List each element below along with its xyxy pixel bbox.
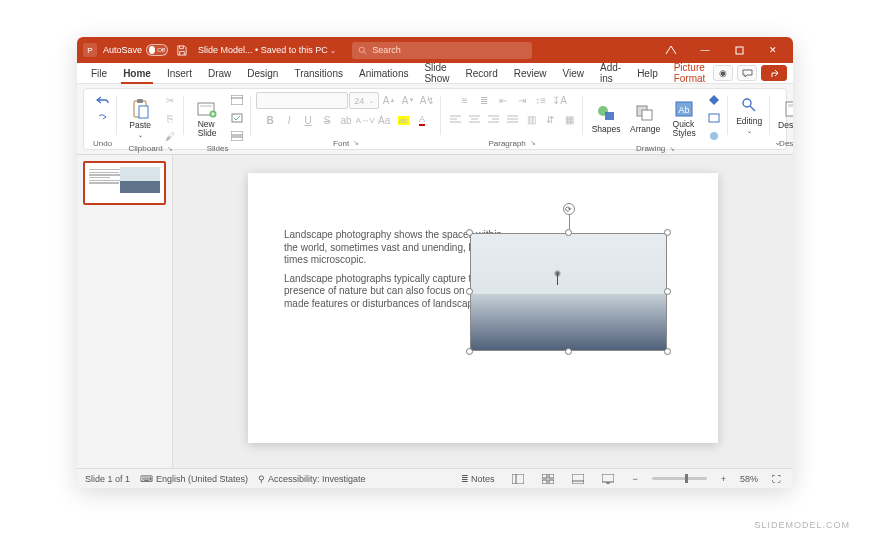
line-spacing-button[interactable]: ↕≡ bbox=[532, 92, 550, 108]
tab-review[interactable]: Review bbox=[506, 63, 555, 83]
designer-button[interactable]: Designer bbox=[775, 93, 793, 137]
status-slide[interactable]: Slide 1 of 1 bbox=[85, 474, 130, 484]
zoom-in-button[interactable]: + bbox=[717, 474, 730, 484]
justify-button[interactable] bbox=[503, 111, 521, 127]
autosave-toggle[interactable]: AutoSave Off bbox=[103, 44, 168, 56]
selected-picture[interactable]: ⟳ bbox=[470, 233, 667, 351]
editing-button[interactable]: Editing⌄ bbox=[733, 93, 765, 137]
highlight-button[interactable]: ab bbox=[394, 112, 412, 128]
tab-slideshow[interactable]: Slide Show bbox=[416, 63, 457, 83]
undo-button[interactable] bbox=[94, 92, 112, 108]
resize-handle[interactable] bbox=[664, 229, 671, 236]
status-accessibility[interactable]: ⚲Accessibility: Investigate bbox=[258, 474, 366, 484]
reading-view-button[interactable] bbox=[568, 474, 588, 484]
tab-insert[interactable]: Insert bbox=[159, 63, 200, 83]
drawing-launcher-icon[interactable]: ↘ bbox=[669, 145, 675, 153]
font-launcher-icon[interactable]: ↘ bbox=[353, 139, 359, 147]
shapes-button[interactable]: Shapes bbox=[588, 96, 624, 140]
bold-button[interactable]: B bbox=[261, 112, 279, 128]
cut-button[interactable]: ✂ bbox=[161, 92, 179, 108]
shape-effects-button[interactable] bbox=[705, 128, 723, 144]
strike-button[interactable]: S bbox=[318, 112, 336, 128]
zoom-slider[interactable] bbox=[652, 477, 707, 480]
font-color-button[interactable]: A bbox=[413, 112, 431, 128]
resize-handle[interactable] bbox=[466, 288, 473, 295]
smartart-button[interactable]: ▦ bbox=[560, 111, 578, 127]
slide-canvas[interactable]: Landscape photography shows the spaces w… bbox=[248, 173, 718, 443]
redo-button[interactable] bbox=[94, 110, 112, 126]
quick-styles-button[interactable]: Ab Quick Styles bbox=[666, 96, 702, 140]
tab-transitions[interactable]: Transitions bbox=[286, 63, 351, 83]
grow-font-button[interactable]: A▲ bbox=[380, 92, 398, 108]
resize-handle[interactable] bbox=[664, 348, 671, 355]
layout-button[interactable] bbox=[228, 92, 246, 108]
tab-file[interactable]: File bbox=[83, 63, 115, 83]
slideshow-view-button[interactable] bbox=[598, 474, 618, 484]
collapse-ribbon-button[interactable]: ⌄ bbox=[774, 137, 782, 147]
clipboard-launcher-icon[interactable]: ↘ bbox=[167, 145, 173, 153]
landscape-image[interactable] bbox=[470, 233, 667, 351]
section-button[interactable] bbox=[228, 128, 246, 144]
zoom-out-button[interactable]: − bbox=[628, 474, 641, 484]
comments-button[interactable] bbox=[737, 65, 757, 81]
resize-handle[interactable] bbox=[664, 288, 671, 295]
indent-inc-button[interactable]: ⇥ bbox=[513, 92, 531, 108]
resize-handle[interactable] bbox=[466, 348, 473, 355]
align-left-button[interactable] bbox=[446, 111, 464, 127]
new-slide-button[interactable]: New Slide bbox=[189, 96, 225, 140]
shrink-font-button[interactable]: A▼ bbox=[399, 92, 417, 108]
search-input[interactable]: Search bbox=[352, 42, 532, 59]
zoom-level[interactable]: 58% bbox=[740, 474, 758, 484]
columns-button[interactable]: ▥ bbox=[522, 111, 540, 127]
save-icon[interactable] bbox=[174, 43, 188, 57]
resize-handle[interactable] bbox=[466, 229, 473, 236]
numbering-button[interactable]: ≣ bbox=[475, 92, 493, 108]
toggle-off-icon[interactable]: Off bbox=[146, 44, 168, 56]
slide-thumbnail-1[interactable] bbox=[83, 161, 166, 205]
status-language[interactable]: ⌨English (United States) bbox=[140, 474, 248, 484]
slide-stage[interactable]: Landscape photography shows the spaces w… bbox=[173, 155, 793, 468]
underline-button[interactable]: U bbox=[299, 112, 317, 128]
clear-format-button[interactable]: A↯ bbox=[418, 92, 436, 108]
close-button[interactable]: ✕ bbox=[759, 37, 787, 63]
paragraph-launcher-icon[interactable]: ↘ bbox=[530, 139, 536, 147]
camera-button[interactable]: ◉ bbox=[713, 65, 733, 81]
text-direction-button[interactable]: ↧A bbox=[551, 92, 569, 108]
char-spacing-button[interactable]: A↔V bbox=[356, 112, 374, 128]
tab-picture-format[interactable]: Picture Format bbox=[666, 63, 714, 83]
minimize-button[interactable]: — bbox=[691, 37, 719, 63]
change-case-button[interactable]: Aa bbox=[375, 112, 393, 128]
notes-button[interactable]: ≣ Notes bbox=[457, 474, 499, 484]
tab-record[interactable]: Record bbox=[457, 63, 505, 83]
maximize-button[interactable] bbox=[725, 37, 753, 63]
sorter-view-button[interactable] bbox=[538, 474, 558, 484]
rotate-handle-icon[interactable]: ⟳ bbox=[563, 203, 575, 215]
tab-home[interactable]: Home bbox=[115, 63, 159, 83]
font-name-combo[interactable] bbox=[256, 92, 348, 109]
tab-draw[interactable]: Draw bbox=[200, 63, 239, 83]
ribbon-display-icon[interactable] bbox=[657, 37, 685, 63]
shape-fill-button[interactable] bbox=[705, 92, 723, 108]
italic-button[interactable]: I bbox=[280, 112, 298, 128]
tab-addins[interactable]: Add-ins bbox=[592, 63, 629, 83]
paste-button[interactable]: Paste⌄ bbox=[122, 96, 158, 140]
shape-outline-button[interactable] bbox=[705, 110, 723, 126]
copy-button[interactable]: ⎘ bbox=[161, 110, 179, 126]
bullets-button[interactable]: ≡ bbox=[456, 92, 474, 108]
resize-handle[interactable] bbox=[565, 229, 572, 236]
tab-view[interactable]: View bbox=[555, 63, 593, 83]
tab-design[interactable]: Design bbox=[239, 63, 286, 83]
font-size-combo[interactable]: 24⌄ bbox=[349, 92, 379, 109]
align-right-button[interactable] bbox=[484, 111, 502, 127]
align-text-button[interactable]: ⇵ bbox=[541, 111, 559, 127]
align-center-button[interactable] bbox=[465, 111, 483, 127]
indent-dec-button[interactable]: ⇤ bbox=[494, 92, 512, 108]
reset-button[interactable] bbox=[228, 110, 246, 126]
resize-handle[interactable] bbox=[565, 348, 572, 355]
tab-help[interactable]: Help bbox=[629, 63, 666, 83]
arrange-button[interactable]: Arrange bbox=[627, 96, 663, 140]
share-button[interactable] bbox=[761, 65, 787, 81]
format-painter-button[interactable]: 🖌 bbox=[161, 128, 179, 144]
fit-to-window-button[interactable]: ⛶ bbox=[768, 474, 785, 484]
shadow-button[interactable]: ab bbox=[337, 112, 355, 128]
